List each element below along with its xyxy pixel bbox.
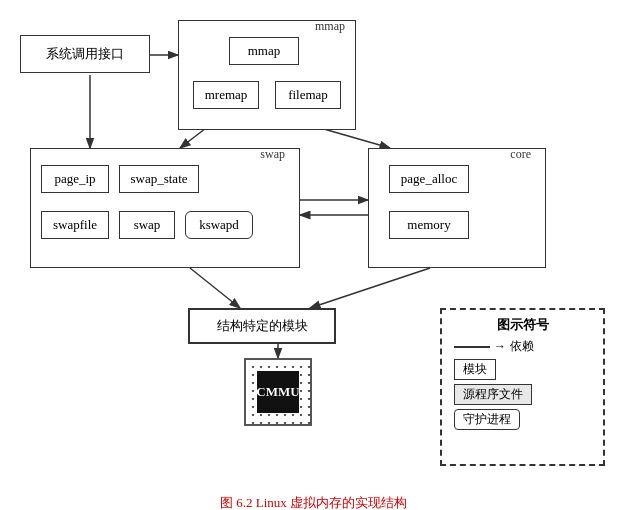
legend-source-item: 源程序文件 [454,384,591,405]
arch-module-label: 结构特定的模块 [217,317,308,335]
syscall-box: 系统调用接口 [20,35,150,73]
legend-daemon-label: 守护进程 [454,409,520,430]
cmmu-label: CMMU [256,384,299,400]
chip-dots: CMMU [244,358,312,426]
legend-title: 图示符号 [448,316,597,334]
arch-module-box: 结构特定的模块 [188,308,336,344]
svg-line-8 [190,268,240,308]
mmap-group-label: mmap [315,19,345,34]
legend-daemon-item: 守护进程 [454,409,591,430]
memory-box: memory [389,211,469,239]
syscall-label: 系统调用接口 [46,45,124,63]
legend-source-label: 源程序文件 [454,384,532,405]
swap-group-label: swap [260,147,285,162]
core-group-box: core page_alloc memory [368,148,546,268]
legend-module-item: 模块 [454,359,591,380]
swap-state-box: swap_state [119,165,199,193]
svg-line-9 [310,268,430,308]
kswapd-box: kswapd [185,211,253,239]
legend-depend-item: → 依赖 [454,338,591,355]
cmmu-chip: CMMU [257,371,299,413]
mmap-group-box: mmap mmap mremap filemap [178,20,356,130]
swap-box: swap [119,211,175,239]
caption-text: 图 6.2 Linux 虚拟内存的实现结构 [220,495,407,510]
swapfile-box: swapfile [41,211,109,239]
mmap-box: mmap [229,37,299,65]
chip-container: CMMU [244,358,312,426]
filemap-box: filemap [275,81,341,109]
figure-caption: 图 6.2 Linux 虚拟内存的实现结构 [0,490,627,510]
core-group-label: core [510,147,531,162]
legend-box: 图示符号 → 依赖 模块 源程序文件 守护进程 [440,308,605,466]
legend-module-label: 模块 [454,359,496,380]
page-ip-box: page_ip [41,165,109,193]
mremap-box: mremap [193,81,259,109]
swap-group-box: swap page_ip swap_state swapfile swap ks… [30,148,300,268]
legend-depend-label: 依赖 [510,338,534,355]
legend-depend-arrow: → [494,339,506,354]
page-alloc-box: page_alloc [389,165,469,193]
